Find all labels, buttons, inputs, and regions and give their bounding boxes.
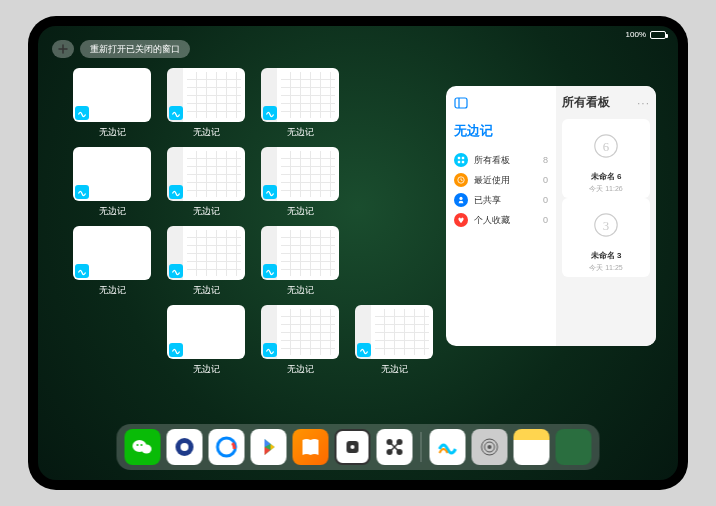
sidebar-item-label: 最近使用 bbox=[474, 174, 537, 187]
thumbnail-preview bbox=[355, 305, 433, 359]
battery-pct: 100% bbox=[626, 30, 646, 39]
thumbnail-preview bbox=[167, 305, 245, 359]
thumbnail-label: 无边记 bbox=[287, 205, 314, 218]
svg-rect-5 bbox=[462, 161, 464, 163]
clock-icon bbox=[454, 173, 468, 187]
board-name: 未命名 3 bbox=[591, 250, 622, 261]
window-thumbnail[interactable]: 无边记 bbox=[162, 147, 250, 218]
svg-point-27 bbox=[488, 445, 492, 449]
window-thumbnail[interactable]: 无边记 bbox=[162, 305, 250, 376]
freeform-app-icon bbox=[263, 106, 277, 120]
freeform-app-icon bbox=[263, 264, 277, 278]
svg-rect-0 bbox=[455, 98, 467, 108]
window-thumbnail[interactable]: 无边记 bbox=[256, 305, 344, 376]
window-thumbnail[interactable]: 无边记 bbox=[162, 226, 250, 297]
window-thumbnail[interactable]: 无边记 bbox=[256, 68, 344, 139]
svg-point-15 bbox=[141, 444, 143, 446]
svg-point-13 bbox=[142, 445, 152, 454]
dock-app-connect[interactable] bbox=[377, 429, 413, 465]
dock-app-library[interactable] bbox=[556, 429, 592, 465]
sidebar-item-shared[interactable]: 已共享0 bbox=[454, 190, 548, 210]
svg-point-14 bbox=[137, 444, 139, 446]
svg-rect-2 bbox=[458, 157, 460, 159]
svg-rect-4 bbox=[458, 161, 460, 163]
reopen-closed-window-button[interactable]: 重新打开已关闭的窗口 bbox=[80, 40, 190, 58]
window-thumbnail[interactable]: 无边记 bbox=[256, 226, 344, 297]
svg-point-17 bbox=[181, 443, 189, 451]
svg-point-20 bbox=[351, 445, 355, 449]
freeform-panel[interactable]: 无边记 所有看板8最近使用0已共享0个人收藏0 所有看板 ··· 6未命名 6今… bbox=[446, 86, 656, 346]
thumbnail-label: 无边记 bbox=[193, 126, 220, 139]
dock bbox=[117, 424, 600, 470]
window-thumbnail[interactable]: 无边记 bbox=[256, 147, 344, 218]
dock-app-freeform[interactable] bbox=[430, 429, 466, 465]
thumbnail-label: 无边记 bbox=[287, 363, 314, 376]
sidebar-item-grid[interactable]: 所有看板8 bbox=[454, 150, 548, 170]
svg-rect-3 bbox=[462, 157, 464, 159]
sidebar-item-count: 0 bbox=[543, 195, 548, 205]
thumbnail-label: 无边记 bbox=[193, 205, 220, 218]
freeform-app-icon bbox=[357, 343, 371, 357]
board-date: 今天 11:26 bbox=[589, 184, 622, 194]
thumbnail-preview bbox=[261, 147, 339, 201]
freeform-app-icon bbox=[263, 185, 277, 199]
thumbnail-preview bbox=[73, 226, 151, 280]
ipad-frame: 100% 重新打开已关闭的窗口 无边记无边记无边记无边记无边记无边记无边记无边记… bbox=[28, 16, 688, 490]
dock-app-play-store[interactable] bbox=[251, 429, 287, 465]
sidebar-item-clock[interactable]: 最近使用0 bbox=[454, 170, 548, 190]
dock-app-books[interactable] bbox=[293, 429, 329, 465]
dock-app-notes[interactable] bbox=[514, 429, 550, 465]
thumbnail-preview bbox=[167, 226, 245, 280]
svg-text:3: 3 bbox=[603, 219, 609, 233]
screen: 100% 重新打开已关闭的窗口 无边记无边记无边记无边记无边记无边记无边记无边记… bbox=[38, 26, 678, 480]
panel-content: 所有看板 ··· 6未命名 6今天 11:263未命名 3今天 11:25 bbox=[556, 86, 656, 346]
thumbnail-label: 无边记 bbox=[99, 126, 126, 139]
freeform-app-icon bbox=[263, 343, 277, 357]
svg-point-18 bbox=[218, 438, 236, 456]
status-bar: 100% bbox=[622, 30, 666, 39]
board-card[interactable]: 6未命名 6今天 11:26 bbox=[562, 119, 650, 198]
window-thumbnail[interactable]: 无边记 bbox=[68, 68, 156, 139]
thumbnail-label: 无边记 bbox=[193, 363, 220, 376]
freeform-app-icon bbox=[75, 264, 89, 278]
sidebar-item-count: 0 bbox=[543, 175, 548, 185]
window-thumbnail[interactable]: 无边记 bbox=[68, 147, 156, 218]
thumbnail-preview bbox=[73, 147, 151, 201]
thumbnail-preview bbox=[167, 68, 245, 122]
thumbnail-label: 无边记 bbox=[287, 284, 314, 297]
window-thumbnail[interactable]: 无边记 bbox=[350, 305, 438, 376]
thumbnail-label: 无边记 bbox=[287, 126, 314, 139]
window-thumbnail[interactable]: 无边记 bbox=[162, 68, 250, 139]
board-name: 未命名 6 bbox=[591, 171, 622, 182]
freeform-app-icon bbox=[75, 185, 89, 199]
battery-icon bbox=[650, 31, 666, 39]
more-button[interactable]: ··· bbox=[637, 96, 650, 110]
freeform-app-icon bbox=[169, 264, 183, 278]
dock-app-settings[interactable] bbox=[472, 429, 508, 465]
panel-content-title: 所有看板 bbox=[562, 94, 610, 111]
thumbnail-preview bbox=[261, 305, 339, 359]
add-window-button[interactable] bbox=[52, 40, 74, 58]
window-grid: 无边记无边记无边记无边记无边记无边记无边记无边记无边记无边记无边记无边记 bbox=[68, 68, 438, 376]
sidebar-item-label: 所有看板 bbox=[474, 154, 537, 167]
dock-app-qq-browser[interactable] bbox=[209, 429, 245, 465]
freeform-app-icon bbox=[169, 106, 183, 120]
board-preview: 6 bbox=[566, 123, 646, 169]
board-card[interactable]: 3未命名 3今天 11:25 bbox=[562, 198, 650, 277]
board-date: 今天 11:25 bbox=[589, 263, 622, 273]
sidebar-item-count: 8 bbox=[543, 155, 548, 165]
sidebar-item-label: 个人收藏 bbox=[474, 214, 537, 227]
dock-app-wechat[interactable] bbox=[125, 429, 161, 465]
thumbnail-label: 无边记 bbox=[99, 284, 126, 297]
dock-app-qq-hd[interactable] bbox=[167, 429, 203, 465]
board-preview: 3 bbox=[566, 202, 646, 248]
sidebar-item-heart[interactable]: 个人收藏0 bbox=[454, 210, 548, 230]
svg-text:6: 6 bbox=[603, 140, 610, 154]
heart-icon bbox=[454, 213, 468, 227]
dock-app-game[interactable] bbox=[335, 429, 371, 465]
window-thumbnail[interactable]: 无边记 bbox=[68, 226, 156, 297]
freeform-app-icon bbox=[169, 343, 183, 357]
sidebar-toggle-icon[interactable] bbox=[454, 96, 548, 114]
shared-icon bbox=[454, 193, 468, 207]
thumbnail-label: 无边记 bbox=[381, 363, 408, 376]
